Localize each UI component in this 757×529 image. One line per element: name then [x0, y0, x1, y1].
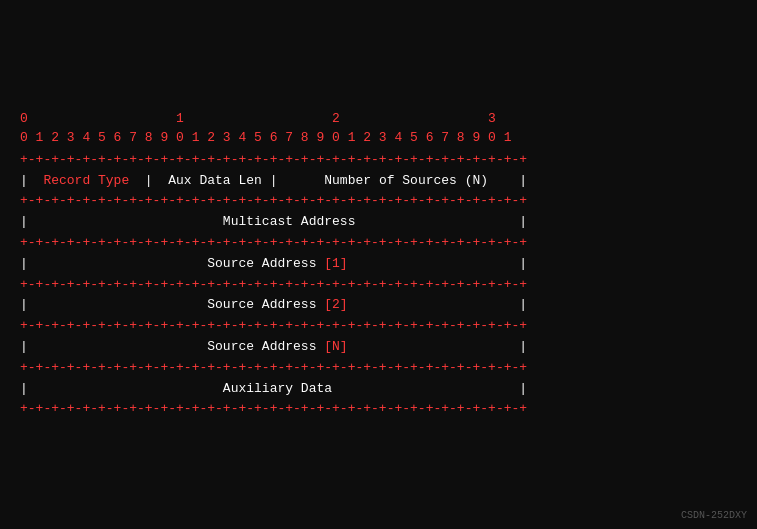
record-type-row: | Record Type | Aux Data Len | Number of…	[20, 171, 737, 192]
auxiliary-row: | Auxiliary Data |	[20, 379, 737, 400]
divider-1: +-+-+-+-+-+-+-+-+-+-+-+-+-+-+-+-+-+-+-+-…	[20, 191, 737, 212]
divider-3: +-+-+-+-+-+-+-+-+-+-+-+-+-+-+-+-+-+-+-+-…	[20, 275, 737, 296]
ruler-units: 0 1 2 3 4 5 6 7 8 9 0 1 2 3 4 5 6 7 8 9 …	[20, 128, 737, 148]
source1-row: | Source Address [1] |	[20, 254, 737, 275]
record-type-label: Record Type	[43, 173, 129, 188]
sourcen-index: [N]	[324, 339, 347, 354]
packet-diagram: 0 1 2 3 0 1 2 3 4 5 6 7 8 9 0 1 2 3 4 5 …	[20, 109, 737, 420]
sourcen-row: | Source Address [N] |	[20, 337, 737, 358]
source2-index: [2]	[324, 297, 347, 312]
source2-row: | Source Address [2] |	[20, 295, 737, 316]
watermark: CSDN-252DXY	[681, 510, 747, 521]
divider-5: +-+-+-+-+-+-+-+-+-+-+-+-+-+-+-+-+-+-+-+-…	[20, 358, 737, 379]
multicast-row: | Multicast Address |	[20, 212, 737, 233]
divider-2: +-+-+-+-+-+-+-+-+-+-+-+-+-+-+-+-+-+-+-+-…	[20, 233, 737, 254]
divider-4: +-+-+-+-+-+-+-+-+-+-+-+-+-+-+-+-+-+-+-+-…	[20, 316, 737, 337]
ruler-tens: 0 1 2 3	[20, 109, 737, 129]
divider-top: +-+-+-+-+-+-+-+-+-+-+-+-+-+-+-+-+-+-+-+-…	[20, 150, 737, 171]
bit-rulers: 0 1 2 3 0 1 2 3 4 5 6 7 8 9 0 1 2 3 4 5 …	[20, 109, 737, 148]
divider-bottom: +-+-+-+-+-+-+-+-+-+-+-+-+-+-+-+-+-+-+-+-…	[20, 399, 737, 420]
source1-index: [1]	[324, 256, 347, 271]
